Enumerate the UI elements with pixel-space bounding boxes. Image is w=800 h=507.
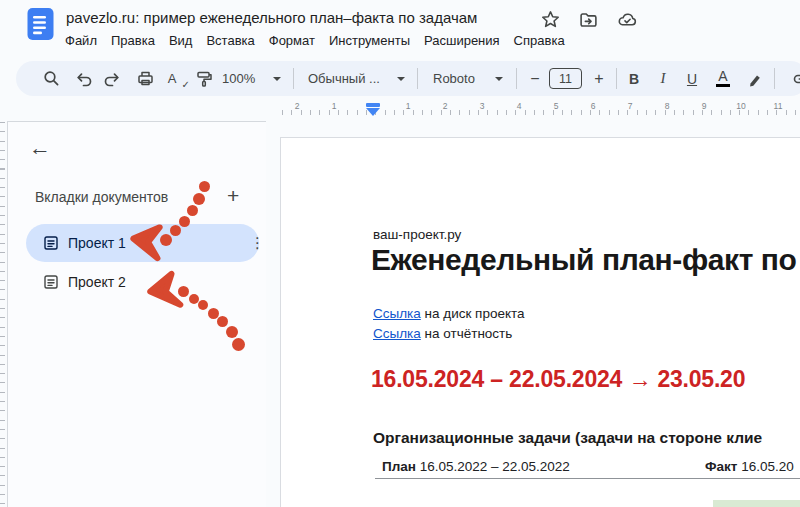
underline-button[interactable]: U	[682, 61, 702, 96]
google-docs-window: pavezlo.ru: пример еженедельного план–фа…	[0, 0, 800, 507]
annotation-dot	[179, 216, 190, 227]
menu-help[interactable]: Справка	[514, 33, 565, 48]
tab-label: Проект 1	[68, 235, 126, 251]
menu-extensions[interactable]: Расширения	[424, 33, 500, 48]
document-title[interactable]: pavezlo.ru: пример еженедельного план–фа…	[66, 9, 477, 26]
font-size-input[interactable]: 11	[549, 68, 582, 89]
toolbar: A✓ 100% Обычный ... Roboto − 11 + B I U …	[16, 61, 800, 96]
toolbar-divider	[417, 68, 418, 89]
paragraph-style-select[interactable]: Обычный ...	[308, 61, 380, 96]
print-icon[interactable]	[134, 61, 156, 96]
font-select[interactable]: Roboto	[433, 61, 475, 96]
menu-file[interactable]: Файл	[65, 33, 97, 48]
ruler-number: 10	[736, 101, 745, 111]
add-tab-button[interactable]: +	[227, 185, 239, 207]
menu-edit[interactable]: Правка	[111, 33, 155, 48]
spellcheck-icon[interactable]: A✓	[161, 61, 183, 96]
ruler-number: 3	[480, 101, 485, 111]
table-plan-header: План 16.05.2022 – 22.05.2022	[382, 459, 570, 474]
annotation-dot	[199, 181, 210, 192]
green-table-cell	[713, 500, 800, 507]
ruler-number: 8	[665, 101, 670, 111]
report-link[interactable]: Ссылка	[373, 326, 421, 341]
report-link-suffix: на отчётность	[421, 326, 513, 341]
table-fact-header: Факт 16.05.20	[705, 459, 794, 474]
move-to-folder-icon[interactable]	[579, 10, 598, 29]
back-arrow-icon[interactable]: ←	[29, 136, 51, 160]
doc-link-line: Ссылка на диск проекта	[373, 306, 525, 321]
menu-tools[interactable]: Инструменты	[329, 33, 410, 48]
insert-link-icon[interactable]	[791, 61, 800, 96]
ruler-number: 1	[406, 101, 411, 111]
highlight-color-icon[interactable]	[745, 61, 765, 96]
increase-font-size-button[interactable]: +	[590, 61, 608, 96]
annotation-dot	[217, 316, 228, 327]
font-caret-icon[interactable]	[493, 61, 505, 96]
ruler-number: 4	[517, 101, 522, 111]
annotation-arrowhead-project1	[129, 223, 165, 263]
vertical-ruler	[0, 122, 5, 507]
toolbar-divider	[293, 68, 294, 89]
annotation-dot	[178, 286, 189, 297]
text-color-button[interactable]: A	[713, 61, 733, 96]
tab-document-icon	[43, 235, 59, 251]
paint-format-icon[interactable]	[193, 61, 215, 96]
decrease-font-size-button[interactable]: −	[526, 61, 544, 96]
drive-link-suffix: на диск проекта	[421, 306, 525, 321]
italic-button[interactable]: I	[653, 61, 673, 96]
annotation-dot	[198, 300, 208, 310]
tabs-panel-title: Вкладки документов	[35, 189, 168, 205]
section-heading: Организационные задачи (задачи на сторон…	[373, 429, 762, 447]
toolbar-divider	[774, 68, 775, 89]
menu-insert[interactable]: Вставка	[206, 33, 254, 48]
document-tabs-panel	[7, 121, 266, 507]
tab-document-icon	[43, 274, 59, 290]
ruler-number: 7	[628, 101, 633, 111]
tab-options-kebab-icon[interactable]: ⋮	[250, 224, 265, 262]
cloud-saved-icon[interactable]	[617, 10, 638, 29]
doc-heading: Еженедельный план-факт по	[371, 243, 797, 277]
tab-label: Проект 2	[68, 274, 126, 290]
docs-logo-icon[interactable]	[27, 7, 54, 41]
redo-icon[interactable]	[101, 61, 123, 96]
period-heading: 16.05.2024 – 22.05.2024 → 23.05.20	[371, 366, 745, 393]
annotation-dot	[187, 205, 198, 216]
menu-format[interactable]: Формат	[269, 33, 315, 48]
ruler-number: 6	[591, 101, 596, 111]
undo-icon[interactable]	[73, 61, 95, 96]
ruler-number: 11	[774, 101, 783, 111]
toolbar-divider	[516, 68, 517, 89]
drive-link[interactable]: Ссылка	[373, 306, 421, 321]
document-page[interactable]	[280, 137, 800, 507]
bold-button[interactable]: B	[624, 61, 644, 96]
ruler-number: 9	[702, 101, 707, 111]
zoom-caret-icon[interactable]	[271, 61, 283, 96]
zoom-select[interactable]: 100%	[222, 61, 255, 96]
horizontal-ruler[interactable]	[282, 110, 800, 115]
style-caret-icon[interactable]	[395, 61, 407, 96]
ruler-number: 2	[443, 101, 448, 111]
star-icon[interactable]	[541, 10, 560, 29]
annotation-dot	[160, 234, 172, 246]
menubar: Файл Правка Вид Вставка Формат Инструмен…	[65, 33, 565, 48]
annotation-dot	[193, 193, 205, 205]
menu-view[interactable]: Вид	[169, 33, 193, 48]
annotation-dot	[170, 225, 181, 236]
table-border	[375, 478, 800, 479]
ruler-number: 5	[554, 101, 559, 111]
annotation-dot	[226, 326, 238, 338]
doc-site-text: ваш-проект.ру	[373, 227, 461, 242]
doc-link-line: Ссылка на отчётность	[373, 326, 512, 341]
ruler-number: 2	[295, 101, 300, 111]
search-icon[interactable]	[40, 61, 62, 96]
ruler-number: 1	[332, 101, 337, 111]
toolbar-divider	[616, 68, 617, 89]
annotation-dot	[232, 338, 245, 351]
indent-marker[interactable]	[366, 103, 380, 116]
